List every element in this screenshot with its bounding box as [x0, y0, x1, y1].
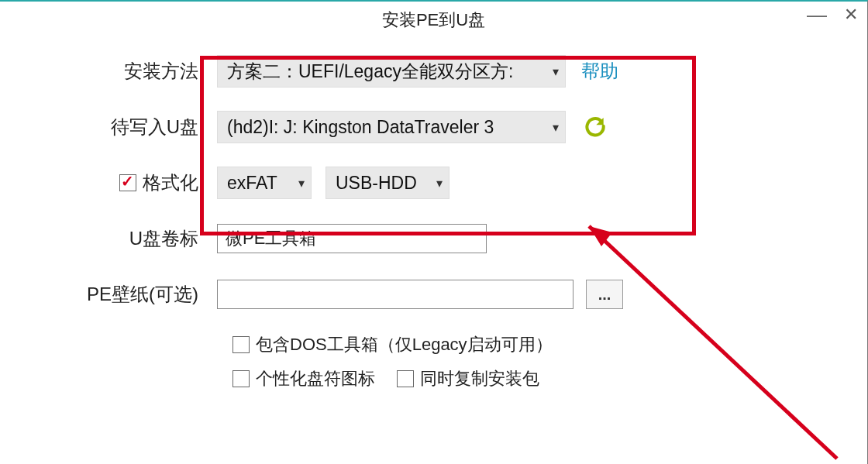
- copy-installer-label: 同时复制安装包: [420, 367, 539, 390]
- refresh-icon: [583, 115, 608, 139]
- browse-button[interactable]: ...: [586, 280, 623, 309]
- chevron-down-icon: ▾: [553, 120, 559, 135]
- target-usb-value: (hd2)I: J: Kingston DataTraveler 3: [227, 117, 548, 138]
- filesystem-dropdown[interactable]: exFAT ▾: [217, 167, 312, 199]
- install-method-row: 安装方法 方案二：UEFI/Legacy全能双分区方: ▾ 帮助: [31, 54, 821, 88]
- volume-input[interactable]: [217, 224, 487, 253]
- wallpaper-label: PE壁纸(可选): [31, 282, 217, 307]
- boot-mode-value: USB-HDD: [336, 173, 432, 194]
- volume-row: U盘卷标: [31, 222, 821, 256]
- window: 安装PE到U盘 — ✕ 安装方法 方案二：UEFI/Legacy全能双分区方: …: [0, 0, 868, 464]
- custom-icon-checkbox[interactable]: [232, 370, 250, 387]
- refresh-button[interactable]: [581, 113, 609, 141]
- wallpaper-input[interactable]: [217, 280, 574, 309]
- close-button[interactable]: ✕: [842, 6, 859, 23]
- chevron-down-icon: ▾: [298, 176, 305, 191]
- install-method-dropdown[interactable]: 方案二：UEFI/Legacy全能双分区方: ▾: [217, 55, 566, 88]
- install-method-value: 方案二：UEFI/Legacy全能双分区方:: [227, 60, 548, 84]
- copy-installer-checkbox[interactable]: [397, 370, 414, 387]
- wallpaper-row: PE壁纸(可选) ...: [31, 277, 821, 311]
- titlebar: 安装PE到U盘 — ✕: [0, 2, 867, 39]
- dos-option-label: 包含DOS工具箱（仅Legacy启动可用）: [256, 333, 553, 356]
- target-usb-dropdown[interactable]: (hd2)I: J: Kingston DataTraveler 3 ▾: [217, 111, 566, 143]
- dos-checkbox[interactable]: [232, 336, 250, 353]
- target-usb-label: 待写入U盘: [31, 115, 217, 139]
- custom-icon-label: 个性化盘符图标: [256, 367, 375, 390]
- volume-label: U盘卷标: [31, 226, 217, 251]
- target-usb-row: 待写入U盘 (hd2)I: J: Kingston DataTraveler 3…: [31, 110, 821, 144]
- chevron-down-icon: ▾: [553, 64, 559, 79]
- format-checkbox[interactable]: [119, 174, 136, 191]
- filesystem-value: exFAT: [227, 173, 294, 194]
- content-area: 安装方法 方案二：UEFI/Legacy全能双分区方: ▾ 帮助 待写入U盘 (…: [0, 39, 867, 390]
- format-label: 格式化: [143, 170, 198, 195]
- window-controls: — ✕: [808, 6, 859, 23]
- dos-option-row: 包含DOS工具箱（仅Legacy启动可用）: [232, 333, 821, 356]
- install-method-label: 安装方法: [31, 59, 217, 84]
- chevron-down-icon: ▾: [436, 176, 443, 191]
- format-label-wrap: 格式化: [31, 170, 217, 195]
- minimize-button[interactable]: —: [808, 6, 825, 23]
- format-row: 格式化 exFAT ▾ USB-HDD ▾: [31, 166, 821, 200]
- icon-copy-option-row: 个性化盘符图标 同时复制安装包: [232, 367, 821, 390]
- window-title: 安装PE到U盘: [382, 9, 485, 32]
- options-block: 包含DOS工具箱（仅Legacy启动可用） 个性化盘符图标 同时复制安装包: [232, 333, 821, 390]
- boot-mode-dropdown[interactable]: USB-HDD ▾: [326, 167, 450, 199]
- help-link[interactable]: 帮助: [581, 59, 618, 84]
